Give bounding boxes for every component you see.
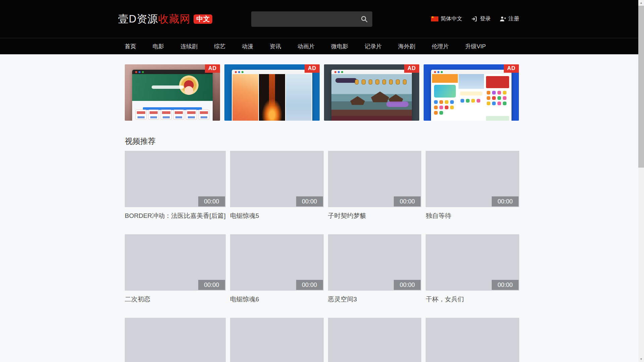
ad-banner-4[interactable]: AD xyxy=(424,64,519,121)
video-thumbnail[interactable]: 00:00 xyxy=(328,151,422,207)
duration-badge: 00:00 xyxy=(296,196,323,206)
scrollbar-thumb[interactable] xyxy=(638,6,644,168)
nav-item-series[interactable]: 连续剧 xyxy=(180,43,198,50)
video-title[interactable]: 恶灵空间3 xyxy=(328,295,422,304)
scrollbar[interactable]: ▲ ▼ xyxy=(638,0,644,362)
video-card[interactable] xyxy=(125,318,226,362)
video-card[interactable]: 00:00 二次初恋 xyxy=(125,234,226,304)
video-card[interactable]: 00:00 电锯惊魂5 xyxy=(230,151,324,220)
video-thumbnail[interactable]: 00:00 xyxy=(125,234,226,291)
video-card[interactable] xyxy=(230,318,324,362)
video-card[interactable]: 00:00 子时契约梦貘 xyxy=(328,151,422,220)
ad-banner-2[interactable]: AD xyxy=(224,64,320,121)
ad-banner-row: AD AD AD xyxy=(125,64,519,121)
nav-item-vip[interactable]: 升级VIP xyxy=(465,43,486,50)
video-title[interactable]: 二次初恋 xyxy=(125,295,226,304)
video-card[interactable]: 00:00 电锯惊魂6 xyxy=(230,234,324,304)
scrollbar-up-arrow[interactable]: ▲ xyxy=(638,0,644,6)
video-title[interactable]: 子时契约梦貘 xyxy=(328,212,422,220)
video-card[interactable]: 00:00 独自等待 xyxy=(426,151,519,220)
nav-item-documentary[interactable]: 记录片 xyxy=(365,43,382,50)
video-thumbnail[interactable]: 00:00 xyxy=(426,234,519,291)
duration-badge: 00:00 xyxy=(198,196,225,206)
nav-item-cartoon[interactable]: 动画片 xyxy=(298,43,315,50)
header-links: 简体中文 登录 注册 xyxy=(431,15,519,22)
video-thumbnail[interactable]: 00:00 xyxy=(328,234,422,291)
video-title[interactable]: 干杯，女兵们 xyxy=(426,295,519,304)
ad-badge: AD xyxy=(305,64,320,73)
section-title: 视频推荐 xyxy=(125,136,519,146)
ad-artwork xyxy=(431,70,512,121)
video-thumbnail[interactable]: 00:00 xyxy=(125,151,226,207)
video-card[interactable] xyxy=(328,318,422,362)
login-label: 登录 xyxy=(480,15,491,22)
ad-badge: AD xyxy=(504,64,519,73)
video-title[interactable]: 电锯惊魂6 xyxy=(230,295,324,304)
search-icon[interactable] xyxy=(361,15,368,23)
duration-badge: 00:00 xyxy=(492,196,519,206)
main-nav: 首页 电影 连续剧 综艺 动漫 资讯 动画片 微电影 记录片 海外剧 伦理片 升… xyxy=(0,38,644,54)
nav-item-ethics[interactable]: 伦理片 xyxy=(432,43,449,50)
video-card[interactable]: 00:00 BORDER冲动：法医比嘉美香[后篇] xyxy=(125,151,226,220)
nav-item-microfilm[interactable]: 微电影 xyxy=(331,43,348,50)
sign-in-icon xyxy=(471,16,478,22)
register-link[interactable]: 注册 xyxy=(500,15,519,22)
nav-item-anime[interactable]: 动漫 xyxy=(242,43,253,50)
logo-lang-badge: 中文 xyxy=(194,14,212,24)
register-label: 注册 xyxy=(508,15,519,22)
video-card[interactable] xyxy=(426,318,519,362)
nav-item-movies[interactable]: 电影 xyxy=(153,43,164,50)
cn-flag-icon xyxy=(431,16,438,21)
nav-item-variety[interactable]: 综艺 xyxy=(214,43,225,50)
duration-badge: 00:00 xyxy=(394,196,421,206)
duration-badge: 00:00 xyxy=(394,280,421,290)
site-logo[interactable]: 壹D资源收藏网 中文 xyxy=(118,12,212,26)
video-thumbnail[interactable] xyxy=(125,318,226,362)
ad-badge: AD xyxy=(205,64,220,73)
video-thumbnail[interactable]: 00:00 xyxy=(426,151,519,207)
login-link[interactable]: 登录 xyxy=(471,15,491,22)
ad-artwork xyxy=(132,70,213,121)
video-thumbnail[interactable]: 00:00 xyxy=(230,234,324,291)
duration-badge: 00:00 xyxy=(198,280,225,290)
video-thumbnail[interactable] xyxy=(230,318,324,362)
video-title[interactable]: 电锯惊魂5 xyxy=(230,212,324,220)
language-label: 简体中文 xyxy=(441,15,462,22)
logo-text-accent: 收藏网 xyxy=(158,13,190,25)
video-thumbnail[interactable] xyxy=(426,318,519,362)
video-title[interactable]: BORDER冲动：法医比嘉美香[后篇] xyxy=(125,212,226,220)
video-thumbnail[interactable] xyxy=(328,318,422,362)
scrollbar-down-arrow[interactable]: ▼ xyxy=(638,356,644,362)
nav-item-home[interactable]: 首页 xyxy=(125,43,136,50)
logo-text: 壹D资源收藏网 xyxy=(118,12,190,26)
ad-banner-3[interactable]: AD xyxy=(324,64,419,121)
search-input[interactable] xyxy=(256,11,361,27)
search-box[interactable] xyxy=(251,11,372,27)
duration-badge: 00:00 xyxy=(296,280,323,290)
nav-item-overseas[interactable]: 海外剧 xyxy=(398,43,415,50)
video-title[interactable]: 独自等待 xyxy=(426,212,519,220)
user-plus-icon xyxy=(500,16,506,22)
ad-badge: AD xyxy=(404,64,419,73)
ad-artwork xyxy=(232,70,312,121)
video-thumbnail[interactable]: 00:00 xyxy=(230,151,324,207)
header: 壹D资源收藏网 中文 简体中文 登录 xyxy=(0,0,644,38)
nav-item-news[interactable]: 资讯 xyxy=(270,43,281,50)
video-card[interactable]: 00:00 恶灵空间3 xyxy=(328,234,422,304)
video-card[interactable]: 00:00 干杯，女兵们 xyxy=(426,234,519,304)
duration-badge: 00:00 xyxy=(492,280,519,290)
ad-banner-1[interactable]: AD xyxy=(125,64,220,121)
language-switcher[interactable]: 简体中文 xyxy=(431,15,462,22)
video-grid: 00:00 BORDER冲动：法医比嘉美香[后篇] 00:00 电锯惊魂5 00… xyxy=(125,151,519,362)
ad-artwork xyxy=(331,70,412,121)
